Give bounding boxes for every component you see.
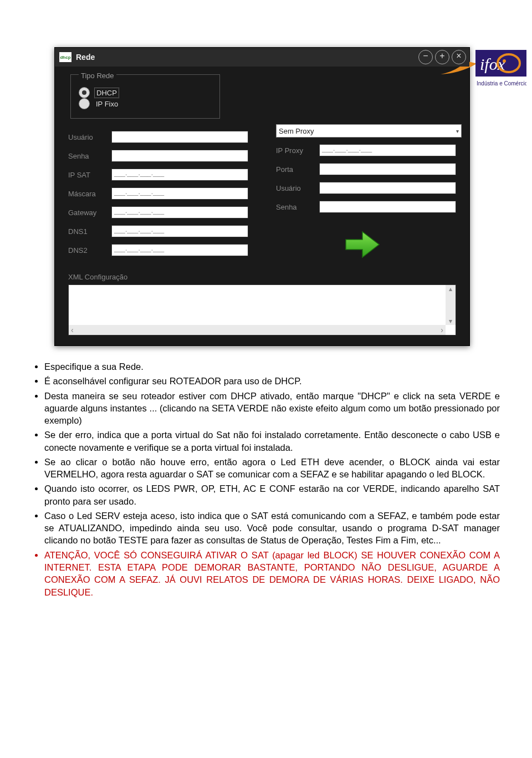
ipproxy-label: IP Proxy: [276, 146, 319, 155]
gateway-label: Gateway: [68, 208, 111, 217]
bullet-8-warning: ATENÇÃO, VOCÊ SÓ CONSEGUIRÁ ATIVAR O SAT…: [44, 549, 500, 598]
dns1-label: DNS1: [68, 227, 111, 236]
proxy-senha-input[interactable]: [319, 201, 456, 213]
senha-label: Senha: [68, 152, 111, 160]
porta-input[interactable]: [319, 163, 456, 175]
proxy-select[interactable]: Sem Proxy ▾: [276, 124, 462, 138]
scroll-up-icon[interactable]: ▴: [449, 285, 452, 293]
dns2-input[interactable]: ___.___.___.___: [111, 244, 248, 256]
ipsat-label: IP SAT: [68, 171, 111, 179]
ipproxy-input[interactable]: ___.___.___.___: [319, 144, 456, 156]
tipo-rede-group: Tipo Rede DHCP IP Fixo: [70, 74, 220, 119]
bullet-5: Se ao clicar o botão não houve erro, ent…: [44, 456, 500, 481]
rede-window: dhcp Rede − + × Tipo Rede DHCP IP Fixo: [54, 47, 470, 346]
bullet-1: Especifique a sua Rede.: [44, 360, 500, 373]
scroll-right-icon[interactable]: ›: [441, 325, 443, 334]
radio-dhcp[interactable]: [79, 87, 90, 98]
bullet-2: É aconselhável configurar seu ROTEADOR p…: [44, 375, 500, 387]
bullet-7: Caso o Led SERV esteja aceso, isto indic…: [44, 510, 500, 547]
gateway-input[interactable]: ___.___.___.___: [111, 206, 248, 218]
right-column: Sem Proxy ▾ IP Proxy ___.___.___.___ Por…: [276, 124, 456, 263]
porta-label: Porta: [276, 165, 319, 174]
usuario-input[interactable]: [111, 131, 248, 143]
proxy-usuario-input[interactable]: [319, 182, 456, 194]
scrollbar-horizontal[interactable]: ‹ ›: [69, 325, 446, 335]
usuario-label: Usuário: [68, 133, 111, 141]
ipsat-input[interactable]: ___.___.___.___: [111, 169, 248, 181]
senha-input[interactable]: [111, 150, 248, 162]
radio-dhcp-label: DHCP: [94, 88, 119, 98]
left-column: Usuário Senha IP SAT ___.___.___.___ Más…: [68, 124, 248, 263]
window-title: Rede: [76, 53, 95, 62]
tipo-rede-legend: Tipo Rede: [79, 72, 116, 80]
xml-label: XML Configuração: [68, 273, 459, 281]
minimize-button[interactable]: −: [418, 50, 433, 64]
proxy-usuario-label: Usuário: [276, 184, 319, 192]
instructions-list: Especifique a sua Rede. É aconselhável c…: [0, 346, 532, 623]
radio-ipfixo-label: IP Fixo: [94, 99, 120, 109]
xml-textarea[interactable]: ▴ ▾ ‹ ›: [68, 284, 456, 335]
radio-dhcp-row[interactable]: DHCP: [79, 87, 212, 98]
scroll-left-icon[interactable]: ‹: [71, 325, 74, 334]
maximize-button[interactable]: +: [435, 50, 449, 64]
close-button[interactable]: ×: [452, 50, 466, 64]
bullet-6: Quando isto ocorrer, os LEDS PWR, OP, ET…: [44, 482, 500, 507]
scrollbar-vertical[interactable]: ▴ ▾: [446, 285, 456, 325]
radio-ipfixo[interactable]: [79, 98, 90, 109]
bullet-3: Desta maneira se seu roteador estiver co…: [44, 390, 500, 427]
titlebar: dhcp Rede − + ×: [55, 48, 469, 67]
dns1-input[interactable]: ___.___.___.___: [111, 225, 248, 237]
mascara-input[interactable]: ___.___.___.___: [111, 187, 248, 200]
mascara-label: Máscara: [68, 190, 111, 198]
radio-ipfixo-row[interactable]: IP Fixo: [79, 98, 212, 109]
proxy-select-value: Sem Proxy: [279, 127, 314, 135]
bullet-4: Se der erro, indica que a porta virtual …: [44, 429, 500, 454]
dns2-label: DNS2: [68, 246, 111, 255]
svg-text:Indústria e Comércio Ltda ME: Indústria e Comércio Ltda ME: [477, 80, 526, 87]
app-icon: dhcp: [59, 52, 71, 62]
chevron-down-icon: ▾: [456, 128, 459, 134]
scroll-down-icon[interactable]: ▾: [449, 317, 452, 325]
proxy-senha-label: Senha: [276, 203, 319, 211]
green-arrow-button[interactable]: [342, 230, 381, 260]
svg-point-3: [503, 59, 506, 63]
